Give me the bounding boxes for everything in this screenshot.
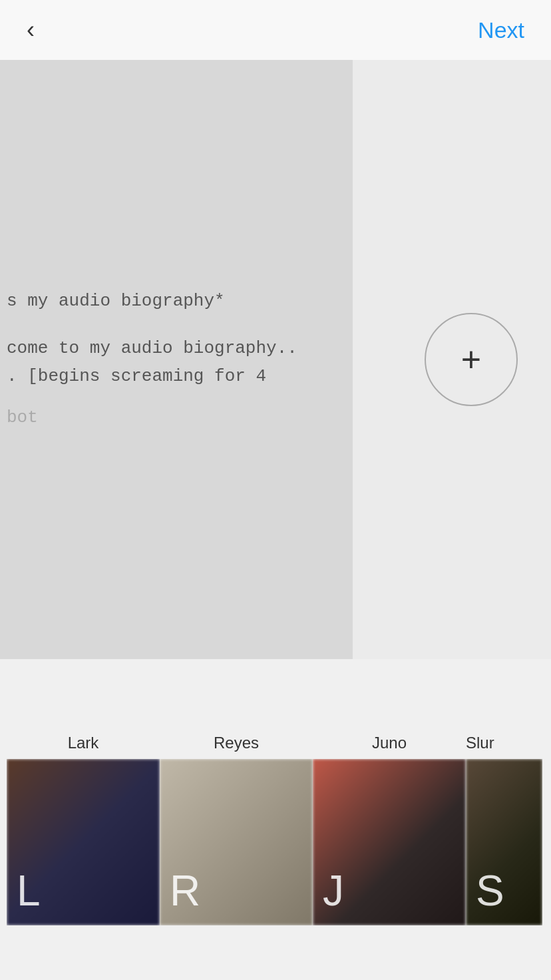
thumb-letter-juno: J — [323, 866, 344, 915]
plus-icon: + — [461, 342, 481, 377]
thumb-letter-lark: L — [17, 866, 41, 915]
filter-thumbnails-row: L R J S — [0, 759, 551, 925]
add-media-button[interactable]: + — [425, 313, 518, 406]
filter-thumb-reyes[interactable]: R — [160, 759, 313, 925]
filter-thumb-juno[interactable]: J — [313, 759, 466, 925]
filter-label-reyes: Reyes — [160, 734, 313, 752]
script-line2: come to my audio biography.. — [7, 335, 339, 363]
header: ‹ Next — [0, 0, 551, 60]
back-button[interactable]: ‹ — [20, 9, 41, 51]
thumb-letter-reyes: R — [170, 866, 200, 915]
script-line-faded: bot — [7, 404, 339, 432]
filter-label-lark: Lark — [7, 734, 160, 752]
main-area: s my audio biography* come to my audio b… — [0, 60, 551, 659]
filter-strip: Lark Reyes Juno Slur L R J S — [0, 714, 551, 980]
script-line1: s my audio biography* — [7, 288, 339, 316]
filter-thumb-lark[interactable]: L — [7, 759, 160, 925]
script-line3: . [begins screaming for 4 — [7, 363, 339, 391]
next-button[interactable]: Next — [471, 11, 531, 50]
filter-label-slur: Slur — [466, 734, 542, 752]
document-preview: s my audio biography* come to my audio b… — [0, 60, 353, 659]
filter-thumb-slur[interactable]: S — [466, 759, 542, 925]
thumb-letter-slur: S — [476, 866, 504, 915]
filter-labels-row: Lark Reyes Juno Slur — [0, 734, 551, 759]
filter-label-juno: Juno — [313, 734, 466, 752]
